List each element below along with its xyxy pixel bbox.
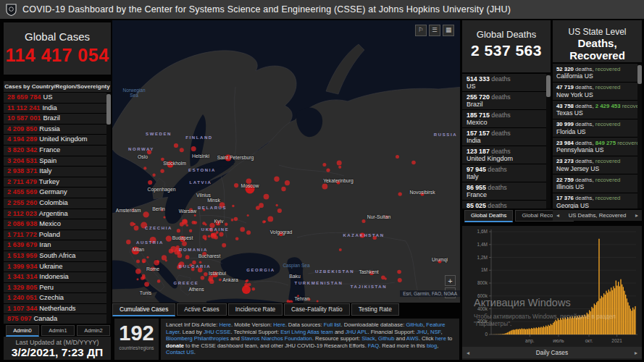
dnum: 86 955: [467, 184, 486, 191]
scrollbar[interactable]: [637, 64, 642, 209]
link-here[interactable]: here: [435, 335, 446, 342]
cases-row[interactable]: 1 107 344Netherlands: [4, 304, 111, 315]
cases-row[interactable]: 4 194 289United Kingdom: [4, 135, 111, 146]
deaths-row[interactable]: 86 955 deathsFrance: [462, 182, 551, 201]
us-state-row[interactable]: 23 273 deaths, recoveredNew Jersey US: [553, 156, 642, 175]
map-tab-active-cases[interactable]: Active Cases: [177, 303, 226, 316]
cases-row[interactable]: 2 255 260Colombia: [4, 198, 111, 209]
cases-row[interactable]: 1 639 679Iran: [4, 240, 111, 251]
us-state-row[interactable]: 22 759 deaths, recoveredIllinois US: [553, 174, 642, 193]
cases-row[interactable]: 1 240 051Czechia: [4, 293, 111, 304]
us-state-row[interactable]: 52 320 deaths, recoveredCalifornia US: [553, 64, 642, 83]
cases-row[interactable]: 875 097Canada: [4, 314, 111, 324]
scrollbar[interactable]: [546, 74, 551, 209]
link-jhu[interactable]: JHU: [417, 329, 427, 335]
deaths-row[interactable]: 514 333 deathsUS: [462, 74, 551, 92]
deaths-row[interactable]: 157 157 deathsIndia: [462, 128, 551, 146]
link-aws[interactable]: AWS: [406, 335, 419, 342]
us-state-panel-header: US State Level Deaths, Recovered: [553, 20, 642, 62]
link-faq[interactable]: FAQ: [368, 342, 379, 349]
link-jhu-csse[interactable]: JHU CSSE: [204, 329, 231, 335]
cases-row[interactable]: 2 112 023Argentina: [4, 209, 111, 220]
cases-row[interactable]: 2 455 569Germany: [4, 188, 111, 198]
cases-row[interactable]: 4 209 850Russia: [4, 125, 111, 135]
map-tab-incidence-rate[interactable]: Incidence Rate: [228, 303, 283, 316]
link-contact-us[interactable]: Contact US: [166, 349, 194, 355]
link-full-list[interactable]: Full list: [324, 321, 341, 328]
note-text: and: [229, 335, 241, 342]
note-text: Lancet Inf Dis Article:: [166, 321, 219, 328]
link-esri-living-atlas-team[interactable]: Esri Living Atlas team: [280, 329, 333, 335]
svg-text:800k: 800k: [477, 280, 488, 285]
link-github[interactable]: Github: [378, 335, 394, 342]
cases-row[interactable]: 3 820 342France: [4, 146, 111, 156]
cases-row[interactable]: 2 938 371Italy: [4, 167, 111, 177]
tab-global-deaths[interactable]: Global Deaths: [464, 210, 513, 222]
cases-row[interactable]: 1 399 934Ukraine: [4, 262, 111, 273]
link-here[interactable]: Here: [273, 321, 285, 328]
dnum: 123 187: [467, 148, 490, 155]
map-tab-testing-rate[interactable]: Testing Rate: [351, 303, 399, 316]
tab-admin1[interactable]: Admin1: [41, 325, 75, 336]
deaths-row[interactable]: 85 025 deathsRussia: [462, 201, 551, 209]
num: 1 399 934: [7, 263, 37, 270]
zoom-in-button[interactable]: +: [445, 275, 456, 286]
tab-admin0[interactable]: Admin0: [6, 325, 39, 337]
rword: recovered: [595, 177, 621, 183]
carousel-next-icon[interactable]: ▸: [635, 212, 638, 219]
cases-row[interactable]: 11 112 241India: [4, 104, 111, 114]
link-blog[interactable]: blog: [427, 342, 437, 349]
us-state-row[interactable]: 47 719 deaths, recoveredNew York US: [553, 83, 642, 101]
link-slack[interactable]: Slack: [361, 335, 375, 342]
cases-row[interactable]: 2 711 479Turkey: [4, 177, 111, 188]
app-header: COVID-19 Dashboard by the Center for Sys…: [0, 0, 644, 19]
map-tab-cumulative-cases[interactable]: Cumulative Cases: [112, 303, 175, 316]
carousel-next-icon[interactable]: ▸: [635, 350, 637, 356]
us-states-list[interactable]: 52 320 deaths, recoveredCalifornia US47 …: [553, 64, 642, 209]
tab-admin2[interactable]: Admin2: [77, 325, 110, 336]
link-stavros-niarchos-foundation[interactable]: Stavros Niarchos Foundation: [241, 335, 312, 342]
us-state-row[interactable]: 23 984 deaths, 849 275 recoveredPennsylv…: [553, 138, 642, 156]
num: 4 194 289: [7, 135, 37, 143]
cases-row[interactable]: 1 711 772Poland: [4, 230, 111, 241]
world-map[interactable]: Norwegian SeaCaspian SeaNORWAYSWEDENFINL…: [112, 20, 460, 303]
name: Brazil: [43, 114, 60, 122]
us-state-row[interactable]: 43 758 deaths, 2 429 453 recoveredTexas …: [553, 101, 642, 119]
us-row-line1: 30 999 deaths, recovered: [556, 121, 639, 128]
carousel-prev-icon[interactable]: ◂: [556, 212, 559, 219]
cases-row[interactable]: 1 329 805Peru: [4, 283, 111, 294]
bookmark-icon[interactable]: ⚐: [415, 25, 427, 36]
deaths-row[interactable]: 185 715 deathsMexico: [462, 110, 551, 128]
dnum: 157 157: [467, 130, 490, 137]
cases-row[interactable]: 1 341 314Indonesia: [4, 272, 111, 283]
link-here[interactable]: Here: [219, 321, 230, 328]
cases-row[interactable]: 2 086 938Mexico: [4, 219, 111, 230]
cases-row[interactable]: 10 587 001Brazil: [4, 114, 111, 125]
legend-icon[interactable]: ☰: [429, 25, 440, 36]
deaths-row[interactable]: 97 945 deathsItaly: [462, 164, 551, 182]
deaths-by-country-list[interactable]: 514 333 deathsUS255 720 deathsBrazil185 …: [462, 74, 551, 209]
carousel-prev-icon[interactable]: ◂: [467, 350, 469, 356]
num: 1 329 805: [7, 284, 37, 291]
scrollbar[interactable]: [106, 93, 111, 324]
deaths-row[interactable]: 123 187 deathsUnited Kingdom: [462, 146, 551, 164]
deaths-row-place: US: [467, 83, 547, 90]
global-deaths-value: 2 537 563: [462, 42, 551, 59]
link-nsf[interactable]: NSF: [430, 329, 440, 335]
link-bloomberg-philanthropies[interactable]: Bloomberg Philanthropies: [166, 335, 229, 342]
us-state-row[interactable]: 30 999 deaths, recoveredFlorida US: [553, 119, 642, 138]
us-row-line1: 17 376 deaths, recovered: [556, 195, 639, 202]
map-tab-case-fatality-ratio[interactable]: Case-Fatality Ratio: [284, 303, 350, 316]
basemap-icon[interactable]: ▦: [443, 25, 454, 36]
link-jhu-apl[interactable]: JHU APL: [346, 329, 368, 335]
deaths-row-line1: 255 720 deaths: [467, 93, 547, 101]
us-row-state: New Jersey US: [556, 165, 639, 172]
svg-text:400k: 400k: [477, 306, 488, 311]
us-state-row[interactable]: 17 376 deaths, recoveredGeorgia US: [553, 193, 642, 209]
cases-row[interactable]: 3 204 531Spain: [4, 156, 111, 167]
cases-by-country-list[interactable]: 28 659 784US11 112 241India10 587 001Bra…: [4, 93, 111, 324]
cases-row[interactable]: 28 659 784US: [4, 93, 111, 104]
deaths-row[interactable]: 255 720 deathsBrazil: [462, 92, 551, 110]
link-github[interactable]: GitHub: [406, 321, 423, 328]
cases-row[interactable]: 1 513 959South Africa: [4, 251, 111, 262]
